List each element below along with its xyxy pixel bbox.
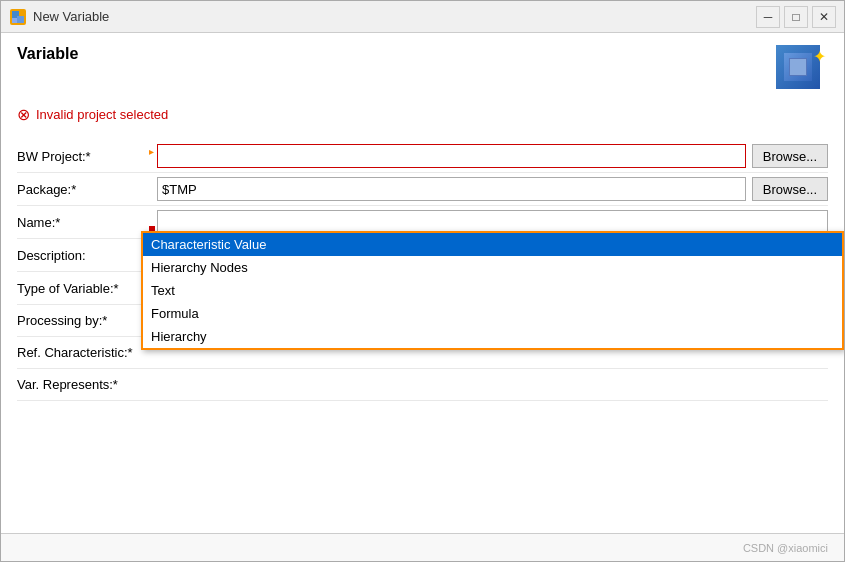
package-label: Package:* [17,182,157,197]
close-button[interactable]: ✕ [812,6,836,28]
error-message: Invalid project selected [36,107,168,122]
bw-project-label: BW Project:* [17,149,157,164]
title-bar: New Variable ─ □ ✕ [1,1,844,33]
dropdown-option-formula[interactable]: Formula [143,302,842,325]
minimize-button[interactable]: ─ [756,6,780,28]
header-icon: ✦ [776,45,828,97]
type-of-variable-label: Type of Variable:* [17,281,157,296]
var-represents-label: Var. Represents:* [17,377,157,392]
processing-by-label: Processing by:* [17,313,157,328]
bw-project-marker: ▸ [149,146,155,152]
footer-bar: CSDN @xiaomici [1,533,844,561]
bw-project-row: BW Project:* ▸ Browse... [17,140,828,173]
title-bar-left: New Variable [9,8,109,26]
bw-project-control: ▸ Browse... [157,144,828,168]
dropdown-overlay: Characteristic Value Hierarchy Nodes Tex… [141,231,844,350]
app-icon [9,8,27,26]
maximize-button[interactable]: □ [784,6,808,28]
content-area: Variable ✦ ⊗ Invalid project selected BW… [1,33,844,533]
package-control: Browse... [157,177,828,201]
package-row: Package:* Browse... [17,173,828,206]
bw-project-browse-button[interactable]: Browse... [752,144,828,168]
error-icon: ⊗ [17,105,30,124]
package-browse-button[interactable]: Browse... [752,177,828,201]
name-label: Name:* [17,215,157,230]
main-window: New Variable ─ □ ✕ Variable ✦ ⊗ [0,0,845,562]
error-row: ⊗ Invalid project selected [17,105,828,124]
header-row: Variable ✦ [17,45,828,97]
dropdown-option-text[interactable]: Text [143,279,842,302]
dropdown-option-hierarchy[interactable]: Hierarchy [143,325,842,348]
bw-project-input[interactable] [157,144,746,168]
window-title: New Variable [33,9,109,24]
title-controls: ─ □ ✕ [756,6,836,28]
section-title: Variable [17,45,78,63]
package-input[interactable] [157,177,746,201]
watermark-text: CSDN @xiaomici [743,542,828,554]
ref-characteristic-label: Ref. Characteristic:* [17,345,157,360]
dropdown-option-hierarchy-nodes[interactable]: Hierarchy Nodes [143,256,842,279]
description-label: Description: [17,248,157,263]
sparkle-icon: ✦ [813,47,826,66]
dropdown-option-characteristic-value[interactable]: Characteristic Value [143,233,842,256]
icon-cube [789,58,807,76]
svg-rect-2 [17,16,24,23]
svg-rect-3 [12,18,17,23]
var-represents-row: Var. Represents:* [17,369,828,401]
icon-inner [784,53,812,81]
